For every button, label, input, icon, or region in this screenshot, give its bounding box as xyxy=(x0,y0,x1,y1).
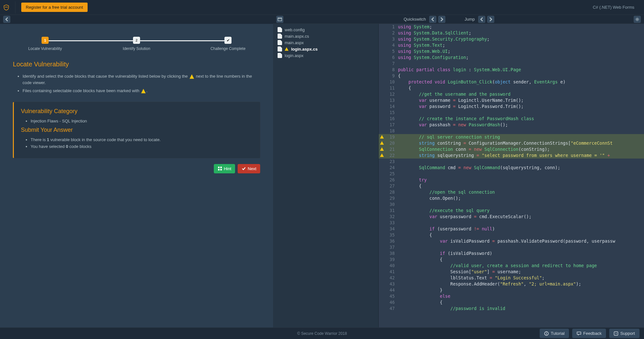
line-number[interactable]: 21 xyxy=(385,146,398,152)
code-line[interactable]: 43 Response.AddHeader("Refresh", "2; url… xyxy=(379,281,644,287)
hint-button[interactable]: Hint xyxy=(214,164,235,173)
line-number[interactable]: 38 xyxy=(385,250,398,257)
code-line[interactable]: 33 xyxy=(379,220,644,226)
line-number[interactable]: 10 xyxy=(385,79,398,85)
code-line[interactable]: 2using System.Data.SqlClient; xyxy=(379,30,644,36)
code-line[interactable]: 11 { xyxy=(379,85,644,91)
code-line[interactable]: 42 lblStatus.Text = "Login Successful"; xyxy=(379,275,644,281)
code-line[interactable]: 5using System.Web.UI; xyxy=(379,48,644,54)
code-line[interactable]: 13 var username = Loginctl.UserName.Trim… xyxy=(379,97,644,103)
line-number[interactable]: 17 xyxy=(385,122,398,128)
code-line[interactable]: 26 try xyxy=(379,177,644,183)
code-line[interactable]: 47 //password is invalid xyxy=(379,305,644,312)
line-number[interactable]: 25 xyxy=(385,171,398,177)
line-number[interactable]: 24 xyxy=(385,165,398,171)
line-number[interactable]: 46 xyxy=(385,299,398,305)
code-line[interactable]: 1using System; xyxy=(379,24,644,30)
file-item[interactable]: login.aspx xyxy=(273,52,378,59)
line-number[interactable]: 34 xyxy=(385,226,398,232)
step-2[interactable]: 2 Identify Solution xyxy=(108,37,166,51)
gutter-warn[interactable] xyxy=(379,152,385,159)
line-number[interactable]: 47 xyxy=(385,305,398,312)
line-number[interactable]: 29 xyxy=(385,195,398,201)
line-number[interactable]: 9 xyxy=(385,73,398,79)
line-number[interactable]: 13 xyxy=(385,97,398,103)
code-line[interactable]: 3using System.Security.Cryptography; xyxy=(379,36,644,42)
code-line[interactable]: 30 xyxy=(379,201,644,208)
line-number[interactable]: 11 xyxy=(385,85,398,91)
code-line[interactable]: 35 { xyxy=(379,232,644,238)
line-number[interactable]: 19 xyxy=(385,134,398,140)
line-number[interactable]: 28 xyxy=(385,189,398,195)
register-button[interactable]: Register for a free trial account xyxy=(21,3,88,12)
code-line[interactable]: 4using System.Text; xyxy=(379,42,644,48)
code-line[interactable]: 12 //get the username and the password xyxy=(379,91,644,97)
line-number[interactable]: 31 xyxy=(385,208,398,214)
tutorial-button[interactable]: Tutorial xyxy=(540,329,569,338)
code-line[interactable]: 17 var passhash = new PasswordHash(); xyxy=(379,122,644,128)
file-item[interactable]: main.aspx.cs xyxy=(273,33,378,39)
code-line[interactable]: 41 Session["user"] = username; xyxy=(379,269,644,275)
code-line[interactable]: 18 xyxy=(379,128,644,134)
code-line[interactable]: 7 xyxy=(379,61,644,67)
line-number[interactable]: 7 xyxy=(385,61,398,67)
code-line[interactable]: 20 string conString = ConfigurationManag… xyxy=(379,140,644,146)
code-line[interactable]: 28 //open the sql connection xyxy=(379,189,644,195)
line-number[interactable]: 23 xyxy=(385,159,398,165)
code-line[interactable]: 24 SqlCommand cmd = new SqlCommand(sqlqu… xyxy=(379,165,644,171)
code-line[interactable]: 29 conn.Open(); xyxy=(379,195,644,201)
line-number[interactable]: 30 xyxy=(385,201,398,208)
code-line[interactable]: 19 // sql server connection string xyxy=(379,134,644,140)
line-number[interactable]: 18 xyxy=(385,128,398,134)
line-number[interactable]: 26 xyxy=(385,177,398,183)
line-number[interactable]: 32 xyxy=(385,214,398,220)
code-line[interactable]: 40 //valid user, create a session and re… xyxy=(379,263,644,269)
code-line[interactable]: 16 // create the instance of PasswordHas… xyxy=(379,116,644,122)
support-button[interactable]: ? Support xyxy=(609,329,639,338)
gutter-warn[interactable] xyxy=(379,146,385,152)
code-line[interactable]: 32 var userpassword = cmd.ExecuteScalar(… xyxy=(379,214,644,220)
code-line[interactable]: 6using System.Configuration; xyxy=(379,54,644,61)
line-number[interactable]: 4 xyxy=(385,42,398,48)
code-line[interactable]: 25 xyxy=(379,171,644,177)
jump-prev[interactable] xyxy=(478,16,485,23)
line-number[interactable]: 45 xyxy=(385,293,398,299)
feedback-button[interactable]: Feedback xyxy=(572,329,606,338)
line-number[interactable]: 37 xyxy=(385,244,398,250)
code-line[interactable]: 15 xyxy=(379,110,644,116)
code-line[interactable]: 21 SqlConnection conn = new SqlConnectio… xyxy=(379,146,644,152)
line-number[interactable]: 33 xyxy=(385,220,398,226)
line-number[interactable]: 41 xyxy=(385,269,398,275)
code-line[interactable]: 45 else xyxy=(379,293,644,299)
gutter-warn[interactable] xyxy=(379,134,385,140)
line-number[interactable]: 39 xyxy=(385,257,398,263)
line-number[interactable]: 35 xyxy=(385,232,398,238)
file-item[interactable]: login.aspx.cs xyxy=(273,46,378,52)
code-line[interactable]: 38 if (isValidPassword) xyxy=(379,250,644,257)
line-number[interactable]: 22 xyxy=(385,152,398,159)
file-item[interactable]: web.config xyxy=(273,26,378,33)
line-number[interactable]: 2 xyxy=(385,30,398,36)
line-number[interactable]: 12 xyxy=(385,91,398,97)
line-number[interactable]: 3 xyxy=(385,36,398,42)
code-line[interactable]: 14 var password = Loginctl.Password.Trim… xyxy=(379,103,644,110)
line-number[interactable]: 44 xyxy=(385,287,398,293)
line-number[interactable]: 6 xyxy=(385,54,398,61)
line-number[interactable]: 27 xyxy=(385,183,398,189)
line-number[interactable]: 15 xyxy=(385,110,398,116)
code-line[interactable]: 34 if (userpassword != null) xyxy=(379,226,644,232)
line-number[interactable]: 20 xyxy=(385,140,398,146)
code-line[interactable]: 37 xyxy=(379,244,644,250)
line-number[interactable]: 14 xyxy=(385,103,398,110)
code-line[interactable]: 46 { xyxy=(379,299,644,305)
code-line[interactable]: 22 string sqlquerystring = "select passw… xyxy=(379,152,644,159)
code-line[interactable]: 39 { xyxy=(379,257,644,263)
code-line[interactable]: 31 //execute the sql query xyxy=(379,208,644,214)
code-line[interactable]: 44 } xyxy=(379,287,644,293)
maximize-button[interactable] xyxy=(276,16,283,23)
code-editor[interactable]: 1using System;2using System.Data.SqlClie… xyxy=(379,24,644,327)
line-number[interactable]: 36 xyxy=(385,238,398,244)
jump-next[interactable] xyxy=(487,16,494,23)
line-number[interactable]: 5 xyxy=(385,48,398,54)
line-number[interactable]: 40 xyxy=(385,263,398,269)
